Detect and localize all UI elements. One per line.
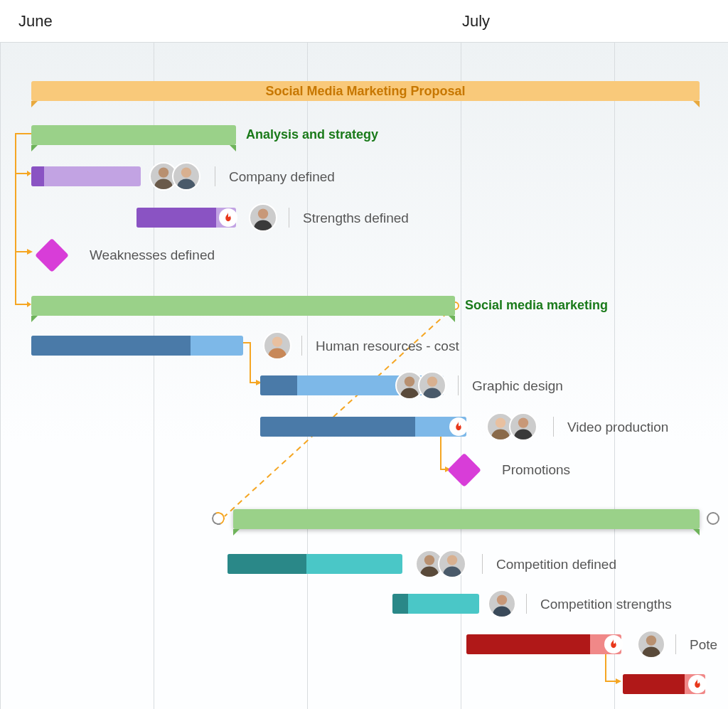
summary-bar-smm[interactable]: Social media marketing — [31, 296, 455, 316]
avatar[interactable] — [263, 331, 291, 360]
priority-flame-icon — [219, 208, 237, 227]
avatar[interactable] — [172, 162, 200, 191]
separator — [482, 554, 483, 574]
separator — [553, 417, 554, 437]
svg-point-11 — [258, 208, 268, 218]
svg-point-13 — [272, 336, 282, 346]
drag-handle-start[interactable] — [210, 510, 226, 526]
avatar[interactable] — [438, 550, 466, 578]
priority-flame-icon — [604, 635, 623, 654]
svg-point-21 — [518, 417, 528, 427]
gantt-chart[interactable]: June July Social Media — [0, 0, 728, 709]
milestone-label: Weaknesses defined — [90, 247, 215, 263]
svg-point-16 — [400, 388, 418, 398]
milestone-weaknesses[interactable] — [35, 238, 69, 272]
summary-bar-competition[interactable] — [233, 509, 700, 529]
svg-point-12 — [254, 220, 272, 230]
avatar-group — [395, 371, 446, 400]
task-bar-compdef[interactable] — [228, 554, 402, 574]
priority-flame-icon — [688, 675, 707, 693]
svg-point-30 — [642, 647, 660, 657]
task-bar-company[interactable] — [31, 166, 141, 186]
svg-point-20 — [491, 430, 509, 439]
svg-point-28 — [493, 607, 510, 617]
avatar-group — [249, 203, 277, 232]
separator — [526, 594, 527, 614]
avatar-group — [263, 331, 291, 360]
avatar[interactable] — [249, 203, 277, 232]
avatar-group — [486, 412, 537, 441]
avatar-group — [637, 630, 665, 659]
month-label-june: June — [18, 12, 53, 31]
drag-handle-end[interactable] — [707, 512, 719, 525]
task-label: Video production — [567, 420, 668, 435]
svg-point-19 — [496, 417, 505, 427]
svg-point-29 — [646, 635, 656, 645]
avatar[interactable] — [418, 371, 446, 400]
avatar-group — [415, 550, 466, 578]
task-label: Competition defined — [496, 557, 616, 572]
svg-point-9 — [181, 167, 191, 177]
task-label: Company defined — [229, 169, 335, 185]
summary-label: Social media marketing — [465, 298, 608, 313]
task-bar-compstr[interactable] — [392, 594, 479, 614]
svg-point-22 — [514, 430, 532, 439]
avatar[interactable] — [488, 590, 516, 618]
svg-marker-5 — [616, 678, 621, 684]
svg-point-7 — [159, 167, 168, 177]
milestone-promotions[interactable] — [447, 453, 481, 487]
avatar[interactable] — [509, 412, 537, 441]
task-bar-last[interactable] — [623, 674, 705, 694]
svg-point-15 — [405, 376, 414, 386]
svg-point-18 — [423, 388, 441, 398]
task-label: Strengths defined — [303, 210, 409, 226]
task-bar-hr[interactable] — [31, 336, 243, 356]
gantt-grid[interactable]: Social Media Marketing Proposal Analysis… — [0, 43, 728, 709]
avatar-group — [488, 590, 516, 618]
task-label: Human resources - cost — [316, 338, 459, 354]
svg-marker-1 — [27, 249, 33, 255]
svg-point-24 — [420, 567, 438, 577]
month-label-july: July — [462, 12, 490, 31]
summary-label: Analysis and strategy — [246, 127, 378, 142]
svg-point-8 — [154, 179, 172, 189]
task-label: Competition strengths — [540, 597, 672, 612]
separator — [289, 208, 289, 228]
svg-point-17 — [427, 376, 437, 386]
milestone-label: Promotions — [502, 462, 570, 478]
timeline-header: June July — [0, 0, 728, 43]
separator — [675, 634, 676, 654]
svg-point-23 — [424, 555, 434, 565]
task-bar-strengths[interactable] — [136, 208, 236, 228]
task-bar-video[interactable] — [260, 417, 466, 437]
svg-point-26 — [443, 567, 461, 577]
svg-point-27 — [497, 595, 507, 604]
gridline — [0, 43, 1, 709]
summary-bar-analysis[interactable]: Analysis and strategy — [31, 125, 236, 145]
summary-bar-project[interactable]: Social Media Marketing Proposal — [31, 81, 700, 101]
summary-label: Social Media Marketing Proposal — [265, 84, 465, 99]
svg-point-25 — [447, 555, 457, 565]
avatar-group — [149, 162, 200, 191]
separator — [458, 375, 459, 395]
separator — [301, 336, 302, 356]
task-label: Graphic design — [472, 378, 563, 394]
separator — [215, 166, 215, 186]
task-bar-pote[interactable] — [466, 634, 621, 654]
svg-point-10 — [177, 179, 195, 189]
svg-point-14 — [268, 348, 286, 358]
avatar[interactable] — [637, 630, 665, 659]
priority-flame-icon — [449, 417, 468, 436]
task-label: Pote — [690, 637, 717, 653]
